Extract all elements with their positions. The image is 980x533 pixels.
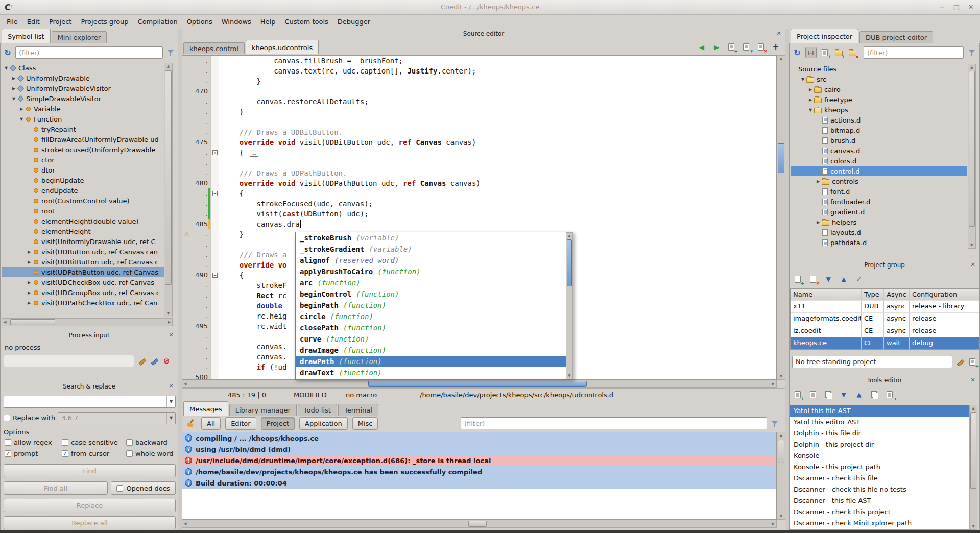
file-tree-item[interactable]: control.d <box>791 166 967 176</box>
gutter[interactable]: 475 <box>182 137 219 148</box>
completion-item[interactable]: circle(function) <box>296 311 573 322</box>
expand-arrow-icon[interactable]: ▶ <box>815 179 821 184</box>
collapse-all-icon[interactable]: ⊟ <box>805 47 817 58</box>
async-icon[interactable]: ✓ <box>853 274 865 285</box>
split-icon[interactable]: + <box>770 41 781 53</box>
tool-item[interactable]: Dscanner - check this file no tests <box>790 484 969 495</box>
file-tree-item[interactable]: brush.d <box>791 135 967 146</box>
symbol-tree-item[interactable]: ▶UniformlyDrawable <box>2 73 164 83</box>
project-row[interactable]: kheops.ceCEwaitdebug <box>791 337 979 349</box>
tool-item[interactable]: Dolphin - this file dir <box>790 428 969 439</box>
option-from-cursor[interactable]: from cursor <box>62 450 126 457</box>
menu-windows[interactable]: Windows <box>217 15 256 28</box>
right-splitter[interactable] <box>785 29 789 530</box>
gutter[interactable]: .− <box>182 188 219 199</box>
completion-item[interactable]: drawImage(function) <box>296 345 573 356</box>
minimize-button[interactable]: − <box>936 2 948 12</box>
tab-symbol-list[interactable]: Symbol list <box>2 29 51 43</box>
tool-item[interactable]: Dolphin - this project dir <box>790 439 969 450</box>
gutter[interactable]: . <box>182 107 219 117</box>
file-tree-item[interactable]: colors.d <box>791 156 967 166</box>
completion-item[interactable]: _strokeBrush(variable) <box>296 232 573 244</box>
symbol-tree-hscrollbar[interactable] <box>2 318 173 326</box>
fold-toggle[interactable]: − <box>212 273 218 278</box>
filter-all-button[interactable]: All <box>201 417 221 430</box>
file-tree-item[interactable]: font.d <box>791 186 967 197</box>
close-button[interactable]: ✕ <box>965 2 977 12</box>
menu-help[interactable]: Help <box>256 15 280 28</box>
tab-kheops-control[interactable]: kheops.control <box>183 42 245 54</box>
project-row[interactable]: x11DUBasyncrelease - library <box>791 300 979 312</box>
collapse-arrow-icon[interactable]: ▼ <box>18 117 25 122</box>
close-search-replace-button[interactable] <box>168 383 175 390</box>
editor-hscrollbar[interactable] <box>182 380 777 388</box>
filter-application-button[interactable]: Application <box>299 417 348 430</box>
expand-arrow-icon[interactable]: ▶ <box>11 76 17 81</box>
symbol-tree-item[interactable]: ▶UniformlyDrawableVisitor <box>2 83 164 93</box>
tool-item[interactable]: Dscanner - check this file <box>790 473 969 484</box>
gutter[interactable]: . <box>182 250 219 260</box>
add-file-icon[interactable]: + <box>819 47 830 58</box>
process-input-field[interactable] <box>4 355 134 367</box>
gutter[interactable]: 490− <box>182 270 219 280</box>
replace-with-checkbox[interactable]: Replace with <box>4 414 55 422</box>
column-header-name[interactable]: Name <box>791 289 862 300</box>
symbol-tree-item[interactable]: fillDrawArea(UniformlyDrawable ud <box>2 134 164 144</box>
project-row[interactable]: imageformats.coeditCEasyncrelease <box>791 312 979 325</box>
symbol-tree-vscrollbar[interactable] <box>164 63 173 317</box>
menu-debugger[interactable]: Debugger <box>333 15 375 28</box>
files-filter-input[interactable] <box>864 46 964 59</box>
file-tree-item[interactable]: gradient.d <box>791 207 967 217</box>
title-bar[interactable]: Coedit - /.../kheops/kheops.ce −▢✕ <box>0 0 980 15</box>
symbol-tree-item[interactable]: dtor <box>2 165 164 175</box>
close-tools-editor-button[interactable] <box>969 377 976 384</box>
gutter[interactable]: 495 <box>182 321 219 331</box>
gutter[interactable]: . <box>182 76 219 86</box>
edit-project-icon[interactable] <box>954 356 966 368</box>
gutter[interactable]: 480 <box>182 178 219 188</box>
remove-folder-icon[interactable]: × <box>847 47 858 58</box>
forward-icon[interactable]: ▶ <box>711 41 722 53</box>
remove-project-icon[interactable]: × <box>807 274 819 285</box>
symbol-tree-item[interactable]: ▶visit(UDBitButton udc, ref Canvas c <box>2 257 164 267</box>
close-project-group-button[interactable] <box>969 261 976 269</box>
expand-arrow-icon[interactable]: ▶ <box>26 260 32 264</box>
tab-library-manager[interactable]: Library manager <box>229 404 297 416</box>
file-tree-item[interactable]: bitmap.d <box>791 125 967 135</box>
filter-funnel-icon[interactable] <box>769 418 780 429</box>
file-tree-item[interactable]: ▶controls <box>791 176 967 186</box>
find-all-button[interactable]: Find all <box>4 481 108 495</box>
file-tree-item[interactable]: actions.d <box>791 115 967 125</box>
gutter[interactable]: 500 <box>182 372 219 380</box>
gutter[interactable]: 485 <box>182 219 219 229</box>
tab-mini-explorer[interactable]: Mini explorer <box>52 31 107 43</box>
tool-item[interactable]: Dscanner - check this project <box>790 506 969 518</box>
symbol-tree-item[interactable]: tryRepaint <box>2 124 164 134</box>
completion-item[interactable]: applyBrushToCairo(function) <box>296 266 573 277</box>
gutter[interactable]: ⚠. <box>182 229 219 239</box>
back-icon[interactable]: ◀ <box>696 41 707 53</box>
menu-projects-group[interactable]: Projects group <box>76 15 133 28</box>
gutter[interactable]: . <box>182 342 219 352</box>
tab-todo-list[interactable]: Todo list <box>298 404 337 416</box>
file-tree-item[interactable]: ▶cairo <box>791 84 967 94</box>
messages-vscrollbar[interactable] <box>777 432 785 520</box>
expand-arrow-icon[interactable]: ▶ <box>26 290 32 295</box>
tool-item[interactable]: Yatol this editor AST <box>790 417 969 428</box>
close-doc-icon[interactable]: × <box>755 41 767 53</box>
clear-messages-icon[interactable] <box>185 418 196 429</box>
completion-item[interactable]: beginPath(function) <box>296 300 573 311</box>
tool-item[interactable]: Dscanner - check MiniExplorer path <box>790 518 969 529</box>
scrollbar-thumb[interactable] <box>10 319 55 325</box>
gutter[interactable]: . <box>182 158 219 168</box>
completion-item[interactable]: _strokeGradient(variable) <box>296 244 573 255</box>
option-whole-word[interactable]: whole word <box>126 450 177 457</box>
expand-arrow-icon[interactable]: ▶ <box>26 250 32 254</box>
file-tree-item[interactable]: ▶helpers <box>791 217 967 227</box>
symbol-tree-item[interactable]: ctor <box>2 155 164 165</box>
gutter[interactable]: . <box>182 260 219 270</box>
file-tree-item[interactable]: Source files <box>791 64 967 74</box>
replace-all-button[interactable]: Replace all <box>4 516 176 529</box>
expand-arrow-icon[interactable]: ▶ <box>807 87 814 92</box>
file-tree-item[interactable]: fontloader.d <box>791 197 967 207</box>
